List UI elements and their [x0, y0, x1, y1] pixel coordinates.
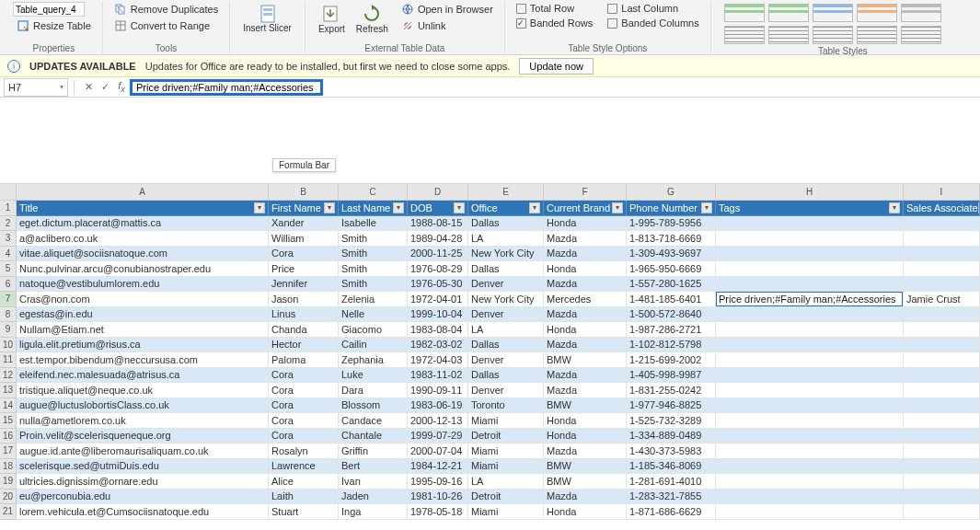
select-all-corner[interactable] [0, 184, 17, 201]
cell[interactable]: augue@luctuslobortisClass.co.uk [17, 398, 269, 414]
cell[interactable]: Detroit [468, 429, 544, 444]
cell[interactable]: 1-813-718-6669 [627, 231, 716, 247]
cell[interactable]: BMW [544, 459, 627, 475]
cell[interactable]: Dara [339, 383, 408, 398]
row-header[interactable]: 7 [0, 292, 17, 307]
cell[interactable] [904, 444, 980, 459]
cell[interactable]: Miami [468, 459, 544, 475]
row-header[interactable]: 20 [0, 490, 17, 505]
cell[interactable]: 1988-08-15 [408, 216, 468, 232]
cell[interactable]: Honda [544, 322, 627, 338]
filter-dropdown-icon[interactable]: ▾ [393, 202, 404, 213]
cell[interactable]: New York City [468, 247, 544, 262]
enter-formula-button[interactable]: ✓ [97, 79, 113, 96]
cell[interactable]: Candace [339, 413, 408, 429]
cell[interactable]: Laith [269, 490, 339, 505]
cell[interactable]: Proin.velit@scelerisqueneque.org [17, 429, 269, 444]
cell[interactable]: Cora [269, 398, 339, 414]
cell[interactable]: Mazda [544, 368, 627, 384]
cell[interactable]: 1982-03-02 [408, 338, 468, 353]
cell[interactable]: Denver [468, 277, 544, 293]
cell[interactable]: Dallas [468, 261, 544, 277]
cell[interactable] [904, 322, 980, 338]
row-header[interactable]: 11 [0, 352, 17, 368]
cell[interactable]: 1983-11-02 [408, 368, 468, 384]
column-header-H[interactable]: H [716, 184, 904, 201]
row-header[interactable]: 21 [0, 504, 17, 520]
cell[interactable]: Toronto [468, 398, 544, 414]
cell[interactable]: Detroit [468, 490, 544, 505]
cell[interactable]: Mazda [544, 247, 627, 262]
banded-columns-checkbox[interactable]: Banded Columns [604, 17, 702, 29]
cell[interactable]: 1-481-185-6401 [627, 292, 716, 307]
cell[interactable]: eleifend.nec.malesuada@atrisus.ca [17, 368, 269, 384]
table-style-swatch[interactable] [857, 4, 897, 22]
table-header-dob[interactable]: DOB▾ [408, 201, 468, 216]
cell[interactable]: Jaden [339, 490, 408, 505]
cell[interactable] [904, 216, 980, 232]
cell[interactable]: Denver [468, 307, 544, 323]
column-header-G[interactable]: G [627, 184, 716, 201]
table-header-title[interactable]: Title▾ [17, 201, 269, 216]
cell[interactable]: 1-405-998-9987 [627, 368, 716, 384]
cell[interactable] [904, 490, 980, 505]
cell[interactable]: Linus [269, 307, 339, 323]
cell[interactable]: Cora [269, 383, 339, 398]
cell[interactable]: Nunc.pulvinar.arcu@conubianostraper.edu [17, 261, 269, 277]
cell[interactable]: Lawrence [269, 459, 339, 475]
cell[interactable]: Giacomo [339, 322, 408, 338]
cell[interactable] [716, 307, 904, 323]
cell[interactable]: 1-281-691-4010 [627, 474, 716, 490]
cell[interactable]: 1-430-373-5983 [627, 444, 716, 459]
cell[interactable]: Paloma [269, 352, 339, 368]
row-header[interactable]: 4 [0, 247, 17, 262]
export-button[interactable]: Export [313, 2, 351, 36]
cell[interactable] [716, 322, 904, 338]
cell[interactable]: Jamie Crust [904, 292, 980, 307]
column-header-B[interactable]: B [269, 184, 339, 201]
cell[interactable]: Mercedes [544, 292, 627, 307]
cell[interactable]: 1972-04-03 [408, 352, 468, 368]
cell[interactable] [716, 277, 904, 293]
cell[interactable]: Honda [544, 504, 627, 520]
cell[interactable]: 1999-10-04 [408, 307, 468, 323]
row-header[interactable]: 17 [0, 444, 17, 459]
filter-dropdown-icon[interactable]: ▾ [529, 202, 540, 213]
column-header-A[interactable]: A [17, 184, 269, 201]
cell[interactable]: Nelle [339, 307, 408, 323]
column-header-E[interactable]: E [468, 184, 544, 201]
cell[interactable] [904, 338, 980, 353]
cell[interactable] [716, 383, 904, 398]
cell[interactable]: Nullam@Etiam.net [17, 322, 269, 338]
cell[interactable]: egestas@in.edu [17, 307, 269, 323]
cell[interactable]: Honda [544, 216, 627, 232]
cell[interactable]: 1-831-255-0242 [627, 383, 716, 398]
filter-dropdown-icon[interactable]: ▾ [701, 202, 712, 213]
cell[interactable] [904, 368, 980, 384]
filter-dropdown-icon[interactable]: ▾ [454, 202, 465, 213]
cell[interactable]: 1978-05-18 [408, 504, 468, 520]
cell[interactable]: Mazda [544, 444, 627, 459]
cell[interactable]: 1-334-889-0489 [627, 429, 716, 444]
cell[interactable]: 1999-07-29 [408, 429, 468, 444]
table-styles-gallery[interactable] [719, 2, 967, 46]
cell[interactable] [716, 352, 904, 368]
cell[interactable] [904, 247, 980, 262]
table-style-swatch[interactable] [901, 4, 941, 22]
cell[interactable]: LA [468, 474, 544, 490]
cell[interactable]: 1990-09-11 [408, 383, 468, 398]
cell[interactable] [716, 444, 904, 459]
cell[interactable]: ultricies.dignissim@ornare.edu [17, 474, 269, 490]
cell[interactable]: Mazda [544, 383, 627, 398]
cell[interactable]: Smith [339, 231, 408, 247]
cancel-formula-button[interactable]: ✕ [80, 79, 97, 96]
cell[interactable]: Luke [339, 368, 408, 384]
last-column-checkbox[interactable]: Last Column [604, 2, 702, 15]
cell[interactable]: 1-283-321-7855 [627, 490, 716, 505]
unlink-button[interactable]: Unlink [398, 18, 497, 33]
cell[interactable]: 1989-04-28 [408, 231, 468, 247]
cell[interactable] [904, 307, 980, 323]
cell[interactable]: 1-557-280-1625 [627, 277, 716, 293]
column-header-I[interactable]: I [904, 184, 980, 201]
cell[interactable] [904, 459, 980, 475]
